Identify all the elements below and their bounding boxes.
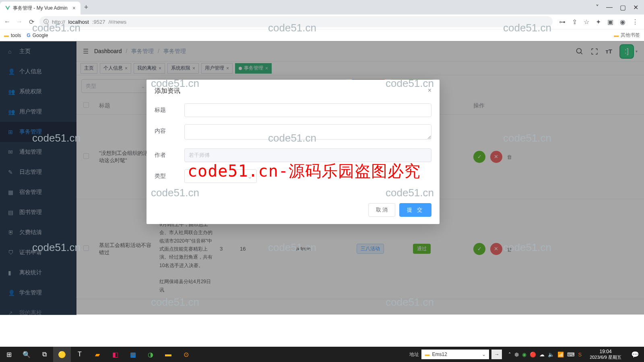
- taskview-icon[interactable]: ⧉: [35, 347, 53, 362]
- info-icon: ⓘ: [43, 18, 49, 25]
- bookmark-other[interactable]: ▬ 其他书签: [614, 32, 640, 39]
- forward-icon[interactable]: →: [15, 18, 23, 25]
- tab-close-icon[interactable]: ×: [72, 5, 76, 11]
- addr-label: 地址: [409, 351, 419, 358]
- taskbar-clock[interactable]: 19:04 2023/6/9 星期五: [586, 349, 625, 360]
- author-input: [184, 148, 431, 162]
- close-window-icon[interactable]: ✕: [633, 4, 638, 11]
- chevron-up-icon[interactable]: ˄: [508, 352, 511, 358]
- ime-icon[interactable]: ⌨: [567, 352, 575, 358]
- tab-title: 事务管理 - My Vue Admin: [13, 5, 68, 12]
- windows-taskbar: ⊞ 🔍 ⧉ 🟡 T ▰ ◧ ▦ ◑ ▬ ⊙ 地址 ▬Ems12 ⌄ → ˄ ⬢ …: [0, 347, 644, 362]
- chevron-down-icon[interactable]: ˅: [596, 4, 599, 11]
- vue-favicon-icon: [5, 5, 10, 11]
- title-input[interactable]: [184, 103, 431, 117]
- menu-icon[interactable]: ⋮: [632, 18, 638, 26]
- google-icon: G: [27, 33, 30, 38]
- share-icon[interactable]: ⇪: [572, 18, 577, 26]
- chevron-down-icon: ⌄: [247, 173, 252, 180]
- browser-tab[interactable]: 事务管理 - My Vue Admin ×: [0, 2, 80, 14]
- modal-close-icon[interactable]: ×: [428, 87, 431, 95]
- bookmark-google[interactable]: G Google: [27, 33, 48, 38]
- label-author: 作者: [155, 148, 184, 159]
- go-button[interactable]: →: [491, 350, 502, 359]
- folder-icon: ▬: [614, 33, 619, 38]
- label-type: 类型: [155, 169, 184, 180]
- modal-title: 添加资讯: [155, 87, 180, 95]
- tray-icon[interactable]: 🔴: [530, 352, 536, 358]
- tray-icon[interactable]: S: [578, 352, 582, 358]
- chrome-icon[interactable]: 🟡: [53, 347, 71, 362]
- folder-icon: ▬: [4, 33, 9, 38]
- start-button[interactable]: ⊞: [0, 347, 18, 362]
- browser-tabbar: 事务管理 - My Vue Admin × + ˅ — ▢ ✕: [0, 0, 644, 14]
- tray-icon[interactable]: ⬢: [514, 352, 519, 358]
- add-news-modal: 添加资讯 × 标题 内容 作者 类型 ⌄ 取 消 提 交: [147, 80, 440, 224]
- tray-icon[interactable]: ☁: [539, 352, 545, 358]
- chevron-down-icon: ⌄: [482, 352, 486, 357]
- label-title: 标题: [155, 103, 184, 114]
- url-port: :9527: [92, 19, 105, 25]
- address-bar[interactable]: ⓘ http://localhost:9527/#/news: [39, 16, 553, 27]
- type-select[interactable]: ⌄: [184, 169, 257, 183]
- volume-icon[interactable]: 🔈: [548, 352, 554, 358]
- url-path: /#/news: [108, 19, 126, 25]
- wechat-icon[interactable]: ◑: [142, 347, 159, 362]
- extensions-icon[interactable]: ✦: [596, 18, 601, 26]
- taskbar-address-input[interactable]: ▬Ems12 ⌄: [421, 350, 489, 359]
- bookmark-tools[interactable]: ▬ tools: [4, 33, 21, 38]
- system-tray[interactable]: ˄ ⬢ ◉ 🔴 ☁ 🔈 📶 ⌨ S: [505, 352, 585, 358]
- cancel-button[interactable]: 取 消: [368, 203, 396, 217]
- calendar-icon[interactable]: ▦: [124, 347, 142, 362]
- app2-icon[interactable]: ⊙: [177, 347, 195, 362]
- new-tab-button[interactable]: +: [80, 3, 92, 12]
- search-taskbar-icon[interactable]: 🔍: [18, 347, 35, 362]
- app-icon[interactable]: T: [71, 347, 89, 362]
- maximize-icon[interactable]: ▢: [620, 4, 626, 11]
- profile-icon[interactable]: ◉: [620, 18, 625, 26]
- star-icon[interactable]: ☆: [584, 18, 589, 26]
- label-content: 内容: [155, 124, 184, 135]
- sidepanel-icon[interactable]: ▣: [607, 18, 613, 26]
- wifi-icon[interactable]: 📶: [557, 352, 564, 358]
- intellij-icon[interactable]: ◧: [106, 347, 124, 362]
- submit-button[interactable]: 提 交: [399, 203, 431, 217]
- content-textarea[interactable]: [184, 124, 431, 140]
- reload-icon[interactable]: ⟳: [27, 18, 35, 26]
- sublime-icon[interactable]: ▰: [89, 347, 106, 362]
- tray-icon[interactable]: ◉: [522, 352, 526, 358]
- url-host: localhost: [68, 19, 89, 25]
- notifications-icon[interactable]: 💬: [626, 347, 644, 362]
- explorer-icon[interactable]: ▬: [159, 347, 177, 362]
- minimize-icon[interactable]: —: [606, 4, 613, 11]
- key-icon[interactable]: ⊶: [559, 18, 566, 26]
- url-scheme: http://: [52, 19, 65, 25]
- folder-icon: ▬: [425, 352, 429, 357]
- back-icon[interactable]: ←: [3, 18, 11, 25]
